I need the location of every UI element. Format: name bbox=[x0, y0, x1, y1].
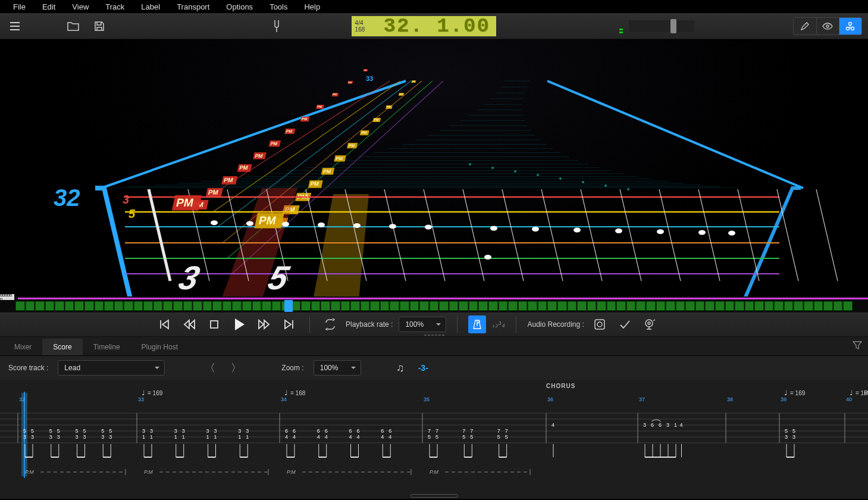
svg-text:5: 5 bbox=[23, 428, 26, 434]
svg-line-112 bbox=[463, 189, 484, 281]
svg-text:4: 4 bbox=[680, 422, 683, 428]
skip-start-button[interactable] bbox=[155, 315, 174, 334]
menu-options[interactable]: Options bbox=[218, 1, 261, 12]
svg-text:5: 5 bbox=[505, 434, 508, 440]
menu-label[interactable]: Label bbox=[133, 1, 168, 12]
check-button[interactable] bbox=[615, 315, 634, 334]
svg-text:6: 6 bbox=[293, 428, 296, 434]
main-toolbar: 4/4 168 32. 1.00 bbox=[0, 13, 868, 39]
svg-text:3: 3 bbox=[785, 434, 788, 440]
lcd-position: 32. 1.00 bbox=[378, 16, 496, 36]
next-button[interactable]: 〉 bbox=[228, 360, 245, 376]
tab-mixer[interactable]: Mixer bbox=[4, 339, 42, 355]
svg-point-140 bbox=[698, 230, 706, 235]
tablature-area[interactable]: CHORUS323334353637383940♩ = 169♩ = 168♩ … bbox=[0, 380, 868, 499]
3d-mode-button[interactable] bbox=[839, 18, 861, 35]
play-button[interactable] bbox=[230, 315, 249, 334]
preview-mode-button[interactable] bbox=[816, 18, 839, 35]
playback-rate-select[interactable]: 100% bbox=[399, 317, 446, 332]
section-blocks-timeline[interactable] bbox=[0, 300, 868, 312]
skip-end-button[interactable] bbox=[280, 315, 299, 334]
svg-text:PM: PM bbox=[333, 93, 337, 96]
svg-text:1: 1 bbox=[246, 434, 249, 440]
svg-text:3: 3 bbox=[792, 434, 795, 440]
zoom-select[interactable]: 100% bbox=[314, 360, 361, 376]
stop-button[interactable] bbox=[205, 315, 224, 334]
menu-help[interactable]: Help bbox=[296, 1, 328, 12]
record-button[interactable] bbox=[590, 315, 609, 334]
svg-text:3: 3 bbox=[246, 428, 249, 434]
svg-line-110 bbox=[384, 189, 406, 281]
svg-text:= 169: = 169 bbox=[148, 390, 163, 396]
svg-text:5: 5 bbox=[435, 434, 438, 440]
webcam-button[interactable] bbox=[640, 315, 659, 334]
tab-score[interactable]: Score bbox=[42, 339, 82, 355]
menu-file[interactable]: File bbox=[5, 1, 34, 12]
svg-line-118 bbox=[698, 189, 720, 281]
filter-icon[interactable] bbox=[853, 340, 862, 352]
note-icon[interactable]: ♫ bbox=[392, 360, 409, 376]
menu-edit[interactable]: Edit bbox=[34, 1, 64, 12]
svg-point-0 bbox=[826, 25, 829, 27]
lcd-display: 4/4 168 32. 1.00 bbox=[352, 16, 496, 36]
svg-text:6: 6 bbox=[659, 422, 662, 428]
svg-text:3: 3 bbox=[175, 259, 203, 296]
menu-tools[interactable]: Tools bbox=[261, 1, 296, 12]
svg-point-150 bbox=[645, 320, 653, 327]
save-icon[interactable] bbox=[90, 17, 108, 35]
svg-text:PM: PM bbox=[348, 143, 355, 148]
svg-point-128 bbox=[211, 220, 218, 225]
resize-grip[interactable] bbox=[411, 494, 458, 498]
svg-text:PM: PM bbox=[286, 129, 293, 133]
svg-text:PM: PM bbox=[335, 156, 343, 161]
svg-text:7: 7 bbox=[428, 428, 431, 434]
svg-line-114 bbox=[541, 189, 563, 281]
svg-text:PM: PM bbox=[208, 189, 219, 196]
svg-marker-97 bbox=[309, 194, 369, 296]
tuning-fork-icon[interactable] bbox=[268, 17, 286, 35]
svg-text:7: 7 bbox=[435, 428, 438, 434]
svg-point-138 bbox=[615, 229, 622, 233]
tab-timeline[interactable]: Timeline bbox=[83, 339, 131, 355]
svg-text:3: 3 bbox=[150, 428, 153, 434]
timeline-cursor[interactable] bbox=[284, 300, 293, 312]
metronome-button[interactable] bbox=[468, 315, 486, 333]
open-folder-icon[interactable] bbox=[64, 17, 82, 35]
svg-text:PM: PM bbox=[255, 153, 264, 159]
edit-mode-button[interactable] bbox=[794, 18, 816, 35]
score-track-select[interactable]: Lead bbox=[58, 360, 165, 376]
svg-point-141 bbox=[728, 231, 735, 236]
svg-text:4: 4 bbox=[293, 434, 296, 440]
playback-rate-label: Playback rate : bbox=[346, 320, 393, 329]
zoom-label: Zoom : bbox=[281, 364, 303, 372]
volume-slider[interactable] bbox=[629, 20, 694, 32]
svg-text:3: 3 bbox=[83, 434, 86, 440]
svg-text:5: 5 bbox=[83, 428, 86, 434]
svg-line-116 bbox=[620, 189, 641, 281]
menu-view[interactable]: View bbox=[64, 1, 97, 12]
svg-text:1: 1 bbox=[182, 434, 185, 440]
menu-transport[interactable]: Transport bbox=[168, 1, 218, 12]
rewind-button[interactable] bbox=[180, 315, 199, 334]
svg-text:PM: PM bbox=[361, 130, 367, 135]
svg-text:5: 5 bbox=[785, 428, 788, 434]
prev-button[interactable]: 〈 bbox=[202, 360, 218, 376]
fast-forward-button[interactable] bbox=[255, 315, 274, 334]
svg-text:35: 35 bbox=[424, 396, 430, 402]
level-meter bbox=[619, 19, 624, 33]
svg-point-139 bbox=[657, 229, 664, 234]
svg-text:3: 3 bbox=[643, 422, 646, 428]
svg-text:39: 39 bbox=[781, 396, 786, 402]
svg-point-44 bbox=[559, 177, 562, 180]
svg-text:3: 3 bbox=[174, 428, 177, 434]
svg-text:34: 34 bbox=[281, 396, 287, 402]
svg-line-117 bbox=[659, 189, 681, 281]
menu-track[interactable]: Track bbox=[97, 1, 133, 12]
svg-text:PM: PM bbox=[399, 93, 403, 96]
svg-text:PM: PM bbox=[386, 105, 391, 108]
svg-text:37: 37 bbox=[639, 396, 645, 402]
loop-button[interactable] bbox=[321, 315, 340, 334]
tab-plugin-host[interactable]: Plugin Host bbox=[131, 339, 189, 355]
hamburger-menu-icon[interactable] bbox=[6, 17, 24, 35]
svg-point-2 bbox=[847, 27, 850, 30]
